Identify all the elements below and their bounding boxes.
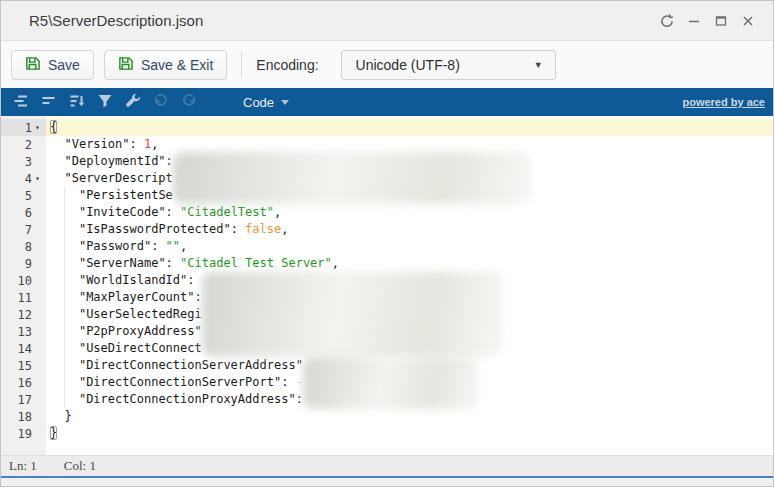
maximize-button[interactable]	[707, 7, 734, 34]
code-line[interactable]: "PersistentSe	[46, 187, 773, 204]
code-line[interactable]: "IsPasswordProtected": false,	[46, 221, 773, 238]
token-pun: ,	[274, 205, 281, 219]
code-line[interactable]: "ServerDescript	[46, 170, 773, 187]
save-exit-floppy-icon	[118, 56, 133, 74]
save-button-label: Save	[48, 57, 80, 73]
gutter: 1▾234▾5678910111213141516171819	[1, 116, 46, 455]
token-key: "InviteCode"	[79, 205, 166, 219]
chevron-down-icon: ▼	[534, 60, 543, 70]
token-ws	[50, 239, 79, 253]
minimize-button[interactable]	[680, 7, 707, 34]
token-match: {	[50, 120, 57, 134]
gutter-row: 18	[1, 408, 46, 425]
code-line[interactable]: "DirectConnectionServerAddress"	[46, 357, 773, 374]
code-line[interactable]: "ServerName": "Citadel Test Server",	[46, 255, 773, 272]
token-key: "DirectConnectionServerAddress"	[79, 358, 303, 372]
token-bool: false	[245, 222, 281, 236]
line-number: 3	[1, 155, 35, 169]
code-area[interactable]: { "Version": 1, "DeploymentId": "ServerD…	[46, 116, 773, 455]
token-key: "ServerDescript	[64, 171, 172, 185]
toolbar-separator	[241, 52, 242, 78]
line-number: 12	[1, 308, 35, 322]
line-number: 4	[1, 172, 35, 186]
token-pun: ,	[281, 222, 288, 236]
redo-icon	[181, 93, 197, 112]
compact-button[interactable]	[35, 90, 63, 114]
token-str: ""	[166, 239, 180, 253]
token-pun: :	[166, 256, 180, 270]
token-pun: ,	[151, 137, 158, 151]
line-number: 19	[1, 427, 35, 441]
close-button[interactable]	[734, 7, 761, 34]
code-line[interactable]: "UseDirectConnect	[46, 340, 773, 357]
token-pun: :	[281, 375, 295, 389]
gutter-row: 3	[1, 153, 46, 170]
window-controls	[653, 7, 773, 34]
line-number: 16	[1, 376, 35, 390]
gutter-row: 14	[1, 340, 46, 357]
token-key: "IsPasswordProtected"	[79, 222, 231, 236]
line-number: 17	[1, 393, 35, 407]
code-line[interactable]: }	[46, 425, 773, 442]
line-number: 1	[1, 121, 35, 135]
code-line[interactable]: "UserSelectedRegi	[46, 306, 773, 323]
token-pun: ,	[180, 239, 187, 253]
window-title: R5\ServerDescription.json	[1, 12, 203, 29]
token-ws	[50, 307, 79, 321]
window-bottom-edge	[1, 478, 773, 486]
gutter-row: 2	[1, 136, 46, 153]
format-indent-icon	[13, 93, 29, 112]
code-line[interactable]: {	[46, 119, 773, 136]
ace-menubar: Code powered by ace	[1, 88, 773, 116]
sort-button[interactable]	[63, 90, 91, 114]
fold-toggle-icon[interactable]: ▾	[35, 170, 46, 187]
format-indent-button[interactable]	[7, 90, 35, 114]
undo-button[interactable]	[147, 90, 175, 114]
gutter-row: 17	[1, 391, 46, 408]
code-line[interactable]: "InviteCode": "CitadelTest",	[46, 204, 773, 221]
token-pun: :	[195, 290, 209, 304]
token-ws	[50, 171, 64, 185]
token-ws	[50, 375, 79, 389]
code-line[interactable]: "P2pProxyAddress"	[46, 323, 773, 340]
token-key: "UseDirectConnect	[79, 341, 202, 355]
code-line[interactable]: "Version": 1,	[46, 136, 773, 153]
code-line[interactable]: "DirectConnectionProxyAddress":	[46, 391, 773, 408]
code-line[interactable]: "DeploymentId":	[46, 153, 773, 170]
line-number: 18	[1, 410, 35, 424]
save-button[interactable]: Save	[11, 50, 94, 80]
token-pun: :	[296, 392, 303, 406]
code-line[interactable]: "MaxPlayerCount":	[46, 289, 773, 306]
token-pun: :	[187, 273, 201, 287]
code-line[interactable]: "Password": "",	[46, 238, 773, 255]
token-ws	[50, 137, 64, 151]
code-line[interactable]: }	[46, 408, 773, 425]
save-exit-button[interactable]: Save & Exit	[104, 50, 227, 80]
filter-funnel-icon	[97, 93, 113, 112]
gutter-row: 6	[1, 204, 46, 221]
powered-by-ace-link[interactable]: powered by ace	[682, 96, 765, 108]
gutter-row: 16	[1, 374, 46, 391]
transform-filter-button[interactable]	[91, 90, 119, 114]
toolbar: Save Save & Exit Encoding: Unicode (UTF-…	[1, 41, 773, 88]
line-number: 15	[1, 359, 35, 373]
token-key: "P2pProxyAddress"	[79, 324, 202, 338]
save-exit-button-label: Save & Exit	[141, 57, 213, 73]
save-floppy-icon	[25, 56, 40, 74]
gutter-row: 15	[1, 357, 46, 374]
mode-chevron-down-icon	[281, 100, 289, 105]
line-number: 10	[1, 274, 35, 288]
encoding-dropdown[interactable]: Unicode (UTF-8) ▼	[341, 50, 556, 80]
line-number: 8	[1, 240, 35, 254]
token-pun: :	[231, 222, 245, 236]
token-ws	[50, 273, 79, 287]
redo-button[interactable]	[175, 90, 203, 114]
token-ws	[50, 324, 79, 338]
fold-toggle-icon[interactable]: ▾	[35, 119, 46, 136]
code-editor[interactable]: 1▾234▾5678910111213141516171819 { "Versi…	[1, 116, 773, 455]
code-line[interactable]: "WorldIslandId":	[46, 272, 773, 289]
repair-button[interactable]	[119, 90, 147, 114]
code-line[interactable]: "DirectConnectionServerPort": -	[46, 374, 773, 391]
mode-dropdown[interactable]: Code	[237, 95, 295, 110]
refresh-button[interactable]	[653, 7, 680, 34]
